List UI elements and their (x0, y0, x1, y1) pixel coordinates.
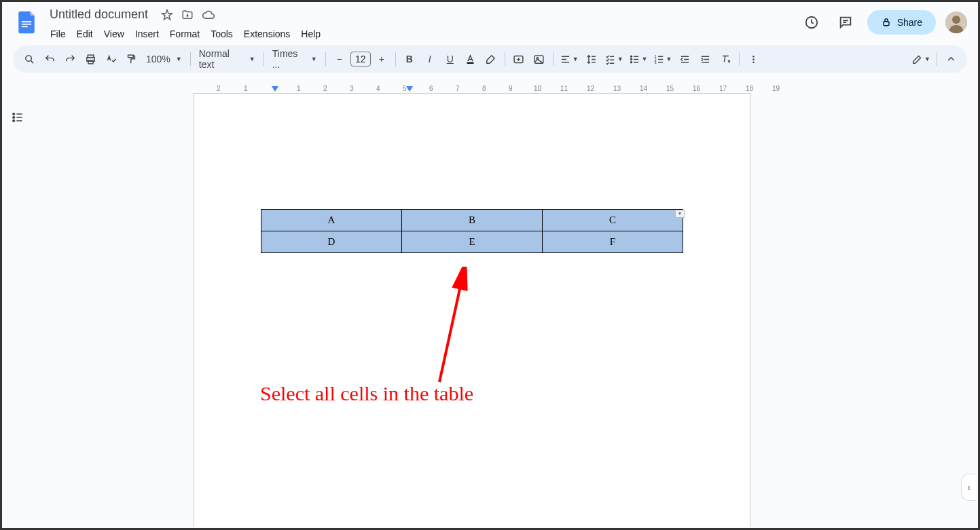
insert-image-icon[interactable] (530, 50, 549, 69)
menu-extensions[interactable]: Extensions (239, 26, 295, 42)
separator (264, 52, 264, 66)
cloud-status-icon[interactable] (202, 9, 215, 22)
edit-mode-icon[interactable]: ▼ (909, 50, 932, 69)
svg-point-24 (752, 58, 755, 60)
paint-format-icon[interactable] (122, 50, 141, 69)
menu-view[interactable]: View (99, 26, 129, 42)
svg-point-26 (13, 113, 15, 115)
svg-point-28 (13, 120, 15, 122)
table-cell[interactable]: C (543, 210, 683, 231)
search-icon[interactable] (20, 50, 39, 69)
menu-edit[interactable]: Edit (72, 26, 98, 42)
bold-icon[interactable]: B (400, 50, 419, 69)
history-icon[interactable] (799, 10, 824, 35)
svg-point-17 (630, 56, 632, 57)
svg-point-25 (752, 61, 755, 63)
insert-link-icon[interactable] (509, 50, 528, 69)
svg-rect-12 (128, 55, 133, 58)
menu-help[interactable]: Help (296, 26, 325, 42)
horizontal-ruler[interactable]: 2 1 1 2 3 4 5 6 7 8 9 10 11 12 13 14 15 … (2, 81, 978, 93)
document-table[interactable]: A B C D E F (261, 209, 683, 253)
zoom-dropdown[interactable]: 100%▼ (142, 50, 186, 69)
separator (325, 52, 326, 66)
numbered-list-icon[interactable]: 123▼ (651, 50, 674, 69)
spellcheck-icon[interactable] (101, 50, 120, 69)
svg-point-6 (952, 16, 960, 24)
side-panel-toggle[interactable]: ‹ (961, 474, 976, 501)
table-row[interactable]: A B C (261, 210, 683, 231)
svg-rect-2 (22, 26, 28, 27)
increase-font-icon[interactable]: + (372, 50, 391, 69)
style-dropdown[interactable]: Normal text▼ (195, 50, 259, 69)
separator (505, 52, 505, 66)
svg-rect-1 (22, 24, 31, 25)
font-dropdown[interactable]: Times ...▼ (268, 50, 321, 69)
menu-bar: File Edit View Insert Format Tools Exten… (46, 26, 799, 42)
increase-indent-icon[interactable] (695, 50, 714, 69)
move-icon[interactable] (181, 9, 194, 22)
table-options-handle[interactable]: ▼ (675, 210, 685, 218)
undo-icon[interactable] (40, 50, 59, 69)
svg-rect-0 (22, 21, 31, 22)
table-cell[interactable]: F (543, 231, 683, 253)
table-cell[interactable]: A (261, 210, 402, 231)
more-icon[interactable] (744, 50, 763, 69)
decrease-indent-icon[interactable] (675, 50, 694, 69)
underline-icon[interactable]: U (441, 50, 460, 69)
checklist-icon[interactable]: ▼ (602, 50, 625, 69)
star-icon[interactable] (161, 9, 173, 22)
separator (937, 52, 937, 66)
svg-rect-4 (884, 22, 889, 26)
outline-icon[interactable] (8, 108, 27, 127)
title-area: Untitled document File Edit View Insert … (46, 6, 799, 42)
menu-file[interactable]: File (46, 26, 71, 42)
separator (553, 52, 553, 66)
line-spacing-icon[interactable] (582, 50, 601, 69)
menu-tools[interactable]: Tools (206, 26, 238, 42)
user-avatar[interactable] (945, 12, 967, 33)
annotation-text: Select all cells in the table (260, 382, 473, 405)
collapse-icon[interactable] (941, 50, 960, 69)
menu-format[interactable]: Format (165, 26, 204, 42)
align-icon[interactable]: ▼ (558, 50, 581, 69)
app-header: Untitled document File Edit View Insert … (2, 2, 978, 45)
left-sidebar (2, 93, 33, 527)
separator (190, 52, 191, 66)
table-cell[interactable]: B (402, 210, 543, 231)
svg-rect-13 (467, 62, 474, 63)
toolbar: 100%▼ Normal text▼ Times ...▼ − + B I U … (13, 45, 967, 73)
separator (739, 52, 740, 66)
annotation-arrow (434, 267, 475, 385)
svg-point-18 (630, 58, 632, 60)
clear-format-icon[interactable] (716, 50, 735, 69)
share-button[interactable]: Share (867, 10, 936, 35)
print-icon[interactable] (81, 50, 100, 69)
share-label: Share (897, 17, 922, 28)
document-title[interactable]: Untitled document (46, 6, 152, 23)
bulleted-list-icon[interactable]: ▼ (627, 50, 650, 69)
svg-text:3: 3 (654, 60, 656, 64)
header-right: Share (799, 10, 967, 35)
document-area: A B C D E F ▼ (2, 93, 978, 527)
italic-icon[interactable]: I (420, 50, 439, 69)
redo-icon[interactable] (60, 50, 79, 69)
svg-point-23 (752, 55, 755, 57)
menu-insert[interactable]: Insert (130, 26, 164, 42)
comments-icon[interactable] (833, 10, 858, 35)
svg-line-29 (439, 273, 463, 382)
decrease-font-icon[interactable]: − (330, 50, 349, 69)
table-cell[interactable]: D (261, 231, 402, 253)
text-color-icon[interactable] (461, 50, 480, 69)
table-row[interactable]: D E F (261, 231, 683, 253)
highlight-icon[interactable] (482, 50, 501, 69)
table-cell[interactable]: E (402, 231, 543, 253)
svg-point-8 (25, 55, 31, 61)
svg-point-19 (630, 61, 632, 62)
docs-logo-icon[interactable] (13, 9, 40, 36)
separator (395, 52, 396, 66)
font-size-input[interactable] (350, 52, 371, 67)
svg-point-27 (13, 117, 15, 119)
